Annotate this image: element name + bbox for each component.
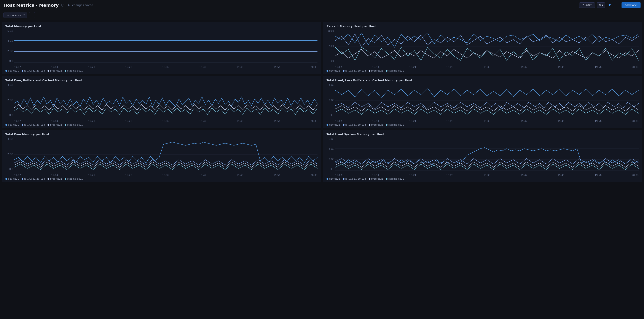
legend-label: prod-ec21	[371, 124, 383, 126]
legend-used-less-buffers: dev-ec21 ip-172-31-20-114 prod-ec21 stag…	[326, 124, 638, 126]
chart-svg-percent-memory	[335, 30, 638, 63]
legend-item: dev-ec21	[326, 70, 340, 72]
filter-bar: _sourcehost * +	[0, 10, 644, 20]
x-label: 19:35	[484, 120, 490, 122]
x-label: 19:56	[274, 66, 280, 68]
y-axis-used-less-buffers: 4 GB 2 GB 0 B	[326, 84, 335, 116]
filter-tag[interactable]: _sourcehost *	[4, 12, 27, 18]
y-label: 2 GB	[328, 99, 334, 102]
x-label: 19:07	[14, 174, 21, 176]
legend-item: prod-ec21	[369, 178, 383, 180]
x-axis-used-less-buffers: 19:07 19:14 19:21 19:28 19:35 19:42 19:4…	[335, 117, 638, 122]
y-label: 4 GB	[328, 84, 334, 86]
y-label: 4 GB	[7, 138, 13, 140]
filter-icon-button[interactable]: ▼	[607, 2, 612, 8]
legend-item: dev-ec21	[326, 178, 340, 180]
y-axis-free-buffers: 4 GB 2 GB 0 B	[6, 84, 14, 116]
y-label: 2 GB	[328, 158, 334, 160]
y-label: 6 GB	[7, 30, 13, 32]
chart-total-used-system: 6 GB 4 GB 2 GB 0 B 19:07 19:14 19:21 19:…	[326, 138, 638, 176]
share-icon[interactable]: ⬡	[61, 3, 64, 7]
saved-status: All changes saved	[68, 4, 579, 7]
legend-item: dev-ec21	[6, 70, 19, 72]
x-label: 19:28	[125, 174, 132, 176]
y-axis-total-free: 4 GB 2 GB 0 B	[6, 138, 14, 170]
chart-total-free: 4 GB 2 GB 0 B 19:07 19:14 19:21 19:28 19…	[6, 138, 318, 176]
legend-item: staging-ec21	[386, 178, 404, 180]
more-options-button[interactable]: ⋮	[614, 2, 620, 8]
y-label: 0 B	[9, 114, 13, 116]
x-label: 19:21	[88, 120, 95, 122]
legend-label: ip-172-31-20-114	[345, 178, 366, 180]
x-label: 19:56	[274, 120, 280, 122]
y-label: 4 GB	[7, 40, 13, 42]
x-label: 19:28	[125, 120, 132, 122]
y-label: 2 GB	[7, 50, 13, 52]
legend-label: prod-ec21	[371, 178, 383, 180]
chart-svg-total-free	[14, 138, 318, 171]
x-label: 19:56	[595, 120, 602, 122]
x-label: 19:56	[595, 66, 602, 68]
y-label: 100%	[328, 30, 334, 32]
legend-item: dev-ec21	[6, 178, 19, 180]
x-label: 19:35	[484, 66, 490, 68]
x-label: 19:42	[520, 120, 528, 122]
x-label: 19:49	[236, 120, 243, 122]
x-label: 20:03	[632, 174, 638, 176]
refresh-button[interactable]: ↻ ▾	[597, 2, 605, 8]
x-label: 19:07	[335, 174, 342, 176]
legend-total-free: dev-ec21 ip-172-31-20-114 prod-ec21 stag…	[6, 178, 318, 180]
x-axis-total-memory: 19:07 19:14 19:21 19:28 19:35 19:42 19:4…	[14, 63, 318, 68]
chart-percent-memory: 100% 50% 0% 19:07 19:14 19:21 19:28 19:3…	[326, 30, 638, 68]
x-label: 19:21	[409, 174, 416, 176]
chart-used-less-buffers: 4 GB 2 GB 0 B 19:07 19:14 19:21 19:28 19…	[326, 84, 638, 122]
legend-free-buffers: dev-ec21 ip-172-31-20-114 prod-ec21 stag…	[6, 124, 318, 126]
y-label: 50%	[329, 45, 334, 48]
x-label: 19:07	[335, 120, 342, 122]
legend-item: staging-ec21	[64, 124, 83, 126]
add-panel-button[interactable]: Add Panel	[622, 2, 640, 8]
x-label: 19:42	[200, 66, 206, 68]
time-range-picker[interactable]: ⏱ -60m	[579, 2, 595, 8]
y-label: 2 GB	[7, 99, 13, 102]
x-label: 19:21	[88, 174, 95, 176]
legend-label: ip-172-31-20-114	[24, 70, 45, 72]
panel-used-less-buffers: Total Used, Less Buffers and Cached Memo…	[323, 76, 642, 128]
y-label: 6 GB	[328, 138, 334, 140]
x-label: 19:56	[595, 174, 602, 176]
refresh-icon: ↻	[598, 4, 601, 7]
legend-label: dev-ec21	[329, 124, 340, 126]
x-label: 20:03	[632, 66, 638, 68]
x-label: 19:49	[558, 120, 564, 122]
chart-total-memory: 6 GB 4 GB 2 GB 0 B 19:07 19:14 19:	[6, 30, 318, 68]
y-axis-percent-memory: 100% 50% 0%	[326, 30, 335, 62]
x-label: 19:35	[162, 120, 169, 122]
legend-item: prod-ec21	[48, 70, 62, 72]
legend-item: prod-ec21	[48, 178, 62, 180]
x-label: 19:42	[520, 174, 528, 176]
panel-total-used-system: Total Used System Memory per Host 6 GB 4…	[323, 130, 642, 182]
legend-item: staging-ec21	[64, 70, 83, 72]
x-label: 19:49	[558, 66, 564, 68]
x-axis-total-used-system: 19:07 19:14 19:21 19:28 19:35 19:42 19:4…	[335, 172, 638, 176]
legend-item: prod-ec21	[369, 124, 383, 126]
x-label: 19:35	[162, 174, 169, 176]
x-label: 19:42	[200, 174, 206, 176]
panel-title-used-less-buffers: Total Used, Less Buffers and Cached Memo…	[326, 79, 638, 82]
legend-label: staging-ec21	[388, 124, 404, 126]
x-label: 19:49	[236, 66, 243, 68]
panel-total-free: Total Free Memory per Host 4 GB 2 GB 0 B…	[2, 130, 321, 182]
legend-label: prod-ec21	[371, 70, 383, 72]
panel-title-percent-memory: Percent Memory Used per Host	[326, 25, 638, 28]
legend-item: ip-172-31-20-114	[343, 124, 366, 126]
x-label: 19:21	[409, 66, 416, 68]
top-header: Host Metrics - Memory ⬡ All changes save…	[0, 0, 644, 10]
chart-svg-total-memory	[14, 30, 318, 63]
legend-label: staging-ec21	[67, 124, 83, 126]
x-label: 19:14	[51, 174, 58, 176]
add-filter-button[interactable]: +	[29, 12, 35, 18]
panel-total-memory: Total Memory per Host 6 GB 4 GB 2 GB 0 B	[2, 22, 321, 74]
legend-label: ip-172-31-20-114	[24, 124, 45, 126]
x-label: 19:49	[236, 174, 243, 176]
legend-total-used-system: dev-ec21 ip-172-31-20-114 prod-ec21 stag…	[326, 178, 638, 180]
